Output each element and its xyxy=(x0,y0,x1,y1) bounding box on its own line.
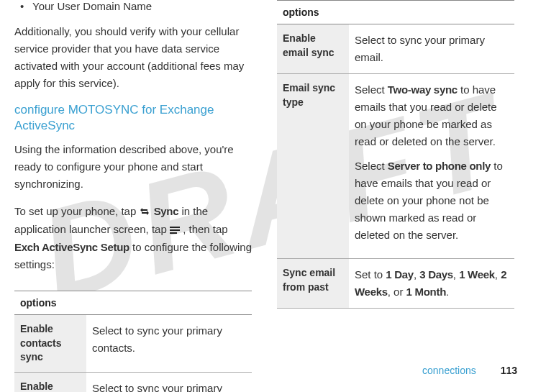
table-row: Sync email from past Set to 1 Day, 3 Day… xyxy=(277,259,514,309)
option-desc: Select to sync your primary email. xyxy=(349,24,514,74)
value-1day: 1 Day xyxy=(386,268,414,281)
text: Set to xyxy=(355,268,386,281)
option-name: Enable email sync xyxy=(277,24,349,74)
option-desc: Select to sync your primary calendar. xyxy=(86,373,252,392)
text: , xyxy=(414,268,419,281)
sync-label: Sync xyxy=(154,205,179,217)
table-row: Enable contacts sync Select to sync your… xyxy=(14,315,252,373)
page-footer: connections 113 xyxy=(422,365,517,376)
page-content: • Your User Domain Name Additionally, yo… xyxy=(0,0,546,392)
value-1month: 1 Month xyxy=(406,286,446,298)
left-column: • Your User Domain Name Additionally, yo… xyxy=(14,0,252,345)
two-way-sync-label: Two-way sync xyxy=(388,83,458,96)
footer-page-number: 113 xyxy=(501,365,517,376)
paragraph: Additionally, you should verify with you… xyxy=(14,23,252,92)
value-3days: 3 Days xyxy=(419,268,453,281)
table-header: options xyxy=(14,291,252,315)
value-1week: 1 Week xyxy=(459,268,495,281)
option-name: Enable contacts sync xyxy=(14,315,86,373)
bullet-dot-icon: • xyxy=(14,0,32,12)
option-name: Sync email from past xyxy=(277,259,349,309)
paragraph: Using the information described above, y… xyxy=(14,141,252,193)
text: , or xyxy=(388,286,406,298)
text: , then tap xyxy=(183,223,228,235)
bullet-text: Your User Domain Name xyxy=(32,0,152,12)
table-row: Enable calendar sync Select to sync your… xyxy=(14,373,252,392)
svg-rect-1 xyxy=(170,229,180,231)
right-column: options Enable email sync Select to sync… xyxy=(277,0,514,345)
text: , xyxy=(495,268,501,281)
option-name: Enable calendar sync xyxy=(14,373,86,392)
menu-icon xyxy=(170,222,180,239)
option-desc: Select Two-way sync to have emails that … xyxy=(349,74,514,259)
setup-paragraph: To set up your phone, tap Sync in the ap… xyxy=(14,203,252,273)
text: . xyxy=(446,286,449,298)
svg-rect-0 xyxy=(170,227,180,228)
option-desc: Set to 1 Day, 3 Days, 1 Week, 2 Weeks, o… xyxy=(349,259,514,309)
text: Select xyxy=(355,160,388,172)
text: Select xyxy=(355,83,388,96)
footer-section: connections xyxy=(422,365,476,376)
bullet-item: • Your User Domain Name xyxy=(14,0,252,12)
exch-setup-label: Exch ActiveSync Setup xyxy=(14,241,129,253)
option-name: Email sync type xyxy=(277,74,349,259)
text: , xyxy=(453,268,459,281)
section-heading: configure MOTOSYNC for Exchange ActiveSy… xyxy=(14,102,252,134)
table-row: Email sync type Select Two-way sync to h… xyxy=(277,74,514,259)
text: To set up your phone, tap xyxy=(14,205,139,217)
options-table-left: options Enable contacts sync Select to s… xyxy=(14,291,252,392)
sync-icon xyxy=(139,204,150,221)
table-row: Enable email sync Select to sync your pr… xyxy=(277,24,514,74)
svg-rect-2 xyxy=(170,232,177,234)
server-to-phone-label: Server to phone only xyxy=(388,160,491,172)
options-table-right: options Enable email sync Select to sync… xyxy=(277,0,514,309)
option-desc: Select to sync your primary contacts. xyxy=(86,315,252,373)
table-header: options xyxy=(277,1,514,24)
